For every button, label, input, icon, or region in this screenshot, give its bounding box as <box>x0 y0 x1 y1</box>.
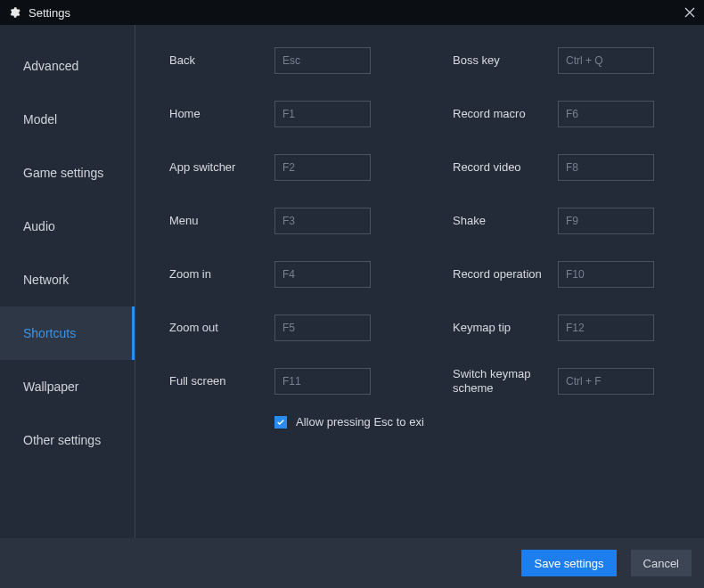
shortcut-input-zoom-out[interactable] <box>274 314 371 341</box>
allow-esc-row: Allow pressing Esc to exi <box>274 415 686 429</box>
shortcut-row-menu: Menu <box>169 207 403 235</box>
shortcut-input-keymap-tip[interactable] <box>558 314 654 341</box>
shortcut-input-switch-keymap-scheme[interactable] <box>558 368 654 395</box>
shortcut-row-record-operation: Record operation <box>453 260 686 289</box>
allow-esc-checkbox[interactable] <box>274 416 287 429</box>
shortcut-row-zoom-in: Zoom in <box>169 260 403 289</box>
shortcut-label: Shake <box>453 214 558 229</box>
sidebar-item-other-settings[interactable]: Other settings <box>0 413 135 467</box>
shortcut-input-zoom-in[interactable] <box>274 261 371 288</box>
shortcut-label: Record macro <box>453 107 558 122</box>
shortcuts-right-column: Boss key Record macro Record video Shake <box>453 46 686 396</box>
sidebar-item-model[interactable]: Model <box>0 93 135 146</box>
shortcuts-left-column: Back Home App switcher Menu <box>169 46 403 396</box>
close-icon[interactable] <box>683 5 697 20</box>
shortcut-row-app-switcher: App switcher <box>169 153 403 182</box>
shortcut-label: App switcher <box>169 160 274 176</box>
gear-icon <box>7 5 21 20</box>
sidebar-item-advanced[interactable]: Advanced <box>0 39 135 93</box>
sidebar-item-game-settings[interactable]: Game settings <box>0 146 135 200</box>
sidebar-item-network[interactable]: Network <box>0 253 135 306</box>
shortcut-input-shake[interactable] <box>558 208 654 234</box>
window-body: Advanced Model Game settings Audio Netwo… <box>0 25 704 538</box>
shortcut-label: Zoom in <box>169 267 274 282</box>
shortcut-input-record-operation[interactable] <box>558 261 654 288</box>
sidebar-item-label: Shortcuts <box>23 326 76 340</box>
sidebar-item-wallpaper[interactable]: Wallpaper <box>0 360 135 413</box>
shortcut-label: Full screen <box>169 374 274 389</box>
shortcut-input-record-macro[interactable] <box>558 101 654 127</box>
shortcut-input-full-screen[interactable] <box>274 368 371 395</box>
shortcut-input-menu[interactable] <box>274 208 371 234</box>
footer: Save settings Cancel <box>0 538 704 588</box>
sidebar-item-label: Advanced <box>23 59 78 73</box>
shortcut-label: Record operation <box>453 267 558 282</box>
shortcut-row-switch-keymap-scheme: Switch keymap scheme <box>453 367 686 396</box>
shortcut-row-shake: Shake <box>453 207 686 235</box>
shortcut-row-home: Home <box>169 100 403 128</box>
settings-window: Settings Advanced Model Game settings Au… <box>0 0 704 588</box>
shortcut-row-zoom-out: Zoom out <box>169 314 403 342</box>
shortcut-label: Zoom out <box>169 321 274 336</box>
shortcut-label: Home <box>169 107 274 122</box>
shortcut-input-record-video[interactable] <box>558 154 654 181</box>
sidebar: Advanced Model Game settings Audio Netwo… <box>0 25 135 538</box>
shortcut-row-record-macro: Record macro <box>453 100 686 128</box>
sidebar-item-label: Game settings <box>23 166 103 180</box>
sidebar-item-label: Network <box>23 273 69 287</box>
shortcut-input-home[interactable] <box>274 101 371 127</box>
shortcut-row-back: Back <box>169 46 403 75</box>
shortcut-label: Menu <box>169 214 274 229</box>
sidebar-item-label: Model <box>23 112 57 127</box>
window-title: Settings <box>29 6 70 20</box>
shortcut-row-keymap-tip: Keymap tip <box>453 314 686 342</box>
save-button[interactable]: Save settings <box>521 550 616 576</box>
shortcut-label: Back <box>169 53 274 69</box>
allow-esc-label: Allow pressing Esc to exi <box>296 415 424 429</box>
shortcut-row-boss-key: Boss key <box>453 46 686 75</box>
sidebar-item-label: Audio <box>23 219 55 233</box>
shortcut-label: Boss key <box>453 53 558 69</box>
sidebar-item-shortcuts[interactable]: Shortcuts <box>0 306 135 360</box>
sidebar-item-label: Other settings <box>23 433 101 447</box>
titlebar: Settings <box>0 0 704 25</box>
shortcut-row-full-screen: Full screen <box>169 367 403 396</box>
shortcut-input-back[interactable] <box>274 47 371 74</box>
shortcut-label: Keymap tip <box>453 321 558 336</box>
shortcut-input-boss-key[interactable] <box>558 47 654 74</box>
shortcut-label: Record video <box>453 160 558 176</box>
shortcut-label: Switch keymap scheme <box>453 367 558 396</box>
shortcut-row-record-video: Record video <box>453 153 686 182</box>
shortcut-input-app-switcher[interactable] <box>274 154 371 181</box>
cancel-button[interactable]: Cancel <box>631 550 692 576</box>
sidebar-item-audio[interactable]: Audio <box>0 200 135 253</box>
sidebar-item-label: Wallpaper <box>23 380 79 394</box>
main-panel: Back Home App switcher Menu <box>135 25 704 538</box>
